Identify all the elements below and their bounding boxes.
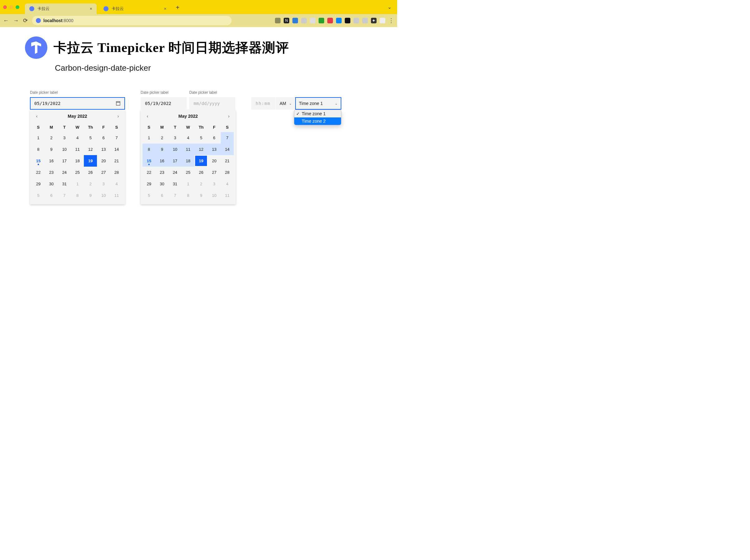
new-tab-button[interactable]: + <box>176 4 180 11</box>
ampm-select[interactable]: AM ⌄ <box>276 97 295 110</box>
calendar-day[interactable]: 17 <box>169 155 182 167</box>
calendar-day[interactable]: 20 <box>97 155 110 167</box>
calendar-day[interactable]: 6 <box>208 132 221 144</box>
calendar-day[interactable]: 7 <box>110 132 123 144</box>
calendar-day[interactable]: 3 <box>169 132 182 144</box>
prev-month-button[interactable]: ‹ <box>144 112 151 120</box>
calendar-day[interactable]: 30 <box>45 178 58 190</box>
timezone-option[interactable]: Time zone 1 <box>294 110 341 118</box>
calendar-day[interactable]: 9 <box>156 144 169 155</box>
extension-icon[interactable] <box>301 18 307 23</box>
calendar-day[interactable]: 2 <box>45 132 58 144</box>
calendar-day[interactable]: 29 <box>32 178 45 190</box>
calendar-day[interactable]: 19 <box>84 155 97 167</box>
calendar-day[interactable]: 9 <box>195 190 208 201</box>
calendar-day[interactable]: 28 <box>221 167 234 178</box>
extension-icon[interactable] <box>336 18 342 23</box>
calendar-day[interactable]: 15 <box>32 155 45 167</box>
chevron-down-icon[interactable]: ⌄ <box>388 4 392 10</box>
calendar-day[interactable]: 14 <box>110 144 123 155</box>
date-input[interactable] <box>30 97 125 110</box>
calendar-day[interactable]: 7 <box>58 190 71 201</box>
calendar-day[interactable]: 21 <box>221 155 234 167</box>
calendar-day[interactable]: 13 <box>208 144 221 155</box>
calendar-day[interactable]: 11 <box>221 190 234 201</box>
extension-icon[interactable]: N <box>284 18 289 23</box>
calendar-day[interactable]: 16 <box>45 155 58 167</box>
calendar-day[interactable]: 11 <box>182 144 195 155</box>
calendar-day[interactable]: 9 <box>84 190 97 201</box>
window-minimize-button[interactable] <box>9 5 13 9</box>
calendar-day[interactable]: 7 <box>221 132 234 144</box>
calendar-day[interactable]: 25 <box>71 167 84 178</box>
calendar-day[interactable]: 4 <box>221 178 234 190</box>
date-input-to[interactable] <box>189 97 235 110</box>
calendar-day[interactable]: 8 <box>182 190 195 201</box>
calendar-day[interactable]: 11 <box>71 144 84 155</box>
calendar-day[interactable]: 29 <box>142 178 156 190</box>
forward-icon[interactable]: → <box>13 17 19 24</box>
calendar-day[interactable]: 5 <box>195 132 208 144</box>
close-icon[interactable]: × <box>90 6 92 11</box>
extension-icon[interactable] <box>345 18 350 23</box>
timezone-option[interactable]: Time zone 2 <box>294 118 341 125</box>
calendar-day[interactable]: 1 <box>182 178 195 190</box>
calendar-day[interactable]: 11 <box>110 190 123 201</box>
calendar-day[interactable]: 31 <box>58 178 71 190</box>
calendar-day[interactable]: 8 <box>32 144 45 155</box>
extension-icon[interactable] <box>327 18 333 23</box>
calendar-day[interactable]: 2 <box>84 178 97 190</box>
next-month-button[interactable]: › <box>114 112 122 120</box>
extensions-menu-icon[interactable]: ✦ <box>371 18 377 23</box>
calendar-day[interactable]: 10 <box>58 144 71 155</box>
calendar-day[interactable]: 17 <box>58 155 71 167</box>
calendar-day[interactable]: 21 <box>110 155 123 167</box>
extension-icon[interactable] <box>310 18 315 23</box>
extension-icon[interactable] <box>292 18 298 23</box>
date-input-field[interactable] <box>34 101 113 106</box>
calendar-day[interactable]: 10 <box>208 190 221 201</box>
calendar-day[interactable]: 30 <box>156 178 169 190</box>
calendar-day[interactable]: 23 <box>156 167 169 178</box>
date-input-field[interactable] <box>194 101 249 106</box>
calendar-day[interactable]: 27 <box>97 167 110 178</box>
calendar-day[interactable]: 4 <box>110 178 123 190</box>
time-input[interactable] <box>251 97 276 110</box>
calendar-day[interactable]: 31 <box>169 178 182 190</box>
browser-tab-active[interactable]: 卡拉云 × <box>25 3 97 14</box>
window-zoom-button[interactable] <box>16 5 19 9</box>
calendar-day[interactable]: 24 <box>58 167 71 178</box>
calendar-day[interactable]: 1 <box>71 178 84 190</box>
calendar-day[interactable]: 12 <box>195 144 208 155</box>
calendar-day[interactable]: 9 <box>45 144 58 155</box>
calendar-day[interactable]: 27 <box>208 167 221 178</box>
calendar-day[interactable]: 26 <box>84 167 97 178</box>
calendar-day[interactable]: 6 <box>97 132 110 144</box>
calendar-day[interactable]: 8 <box>71 190 84 201</box>
extension-icon[interactable] <box>319 18 324 23</box>
calendar-day[interactable]: 5 <box>84 132 97 144</box>
calendar-day[interactable]: 16 <box>156 155 169 167</box>
calendar-day[interactable]: 3 <box>97 178 110 190</box>
calendar-day[interactable]: 15 <box>142 155 156 167</box>
calendar-day[interactable]: 26 <box>195 167 208 178</box>
extension-icon[interactable] <box>362 18 368 23</box>
back-icon[interactable]: ← <box>3 17 9 24</box>
window-close-button[interactable] <box>3 5 7 9</box>
calendar-day[interactable]: 5 <box>142 190 156 201</box>
calendar-day[interactable]: 10 <box>97 190 110 201</box>
calendar-day[interactable]: 3 <box>208 178 221 190</box>
calendar-day[interactable]: 19 <box>195 155 208 167</box>
next-month-button[interactable]: › <box>225 112 233 120</box>
calendar-day[interactable]: 6 <box>156 190 169 201</box>
calendar-day[interactable]: 5 <box>32 190 45 201</box>
calendar-day[interactable]: 2 <box>156 132 169 144</box>
calendar-day[interactable]: 20 <box>208 155 221 167</box>
calendar-day[interactable]: 7 <box>169 190 182 201</box>
calendar-day[interactable]: 18 <box>182 155 195 167</box>
calendar-day[interactable]: 1 <box>32 132 45 144</box>
calendar-day[interactable]: 1 <box>142 132 156 144</box>
calendar-day[interactable]: 24 <box>169 167 182 178</box>
calendar-day[interactable]: 14 <box>221 144 234 155</box>
calendar-day[interactable]: 22 <box>32 167 45 178</box>
